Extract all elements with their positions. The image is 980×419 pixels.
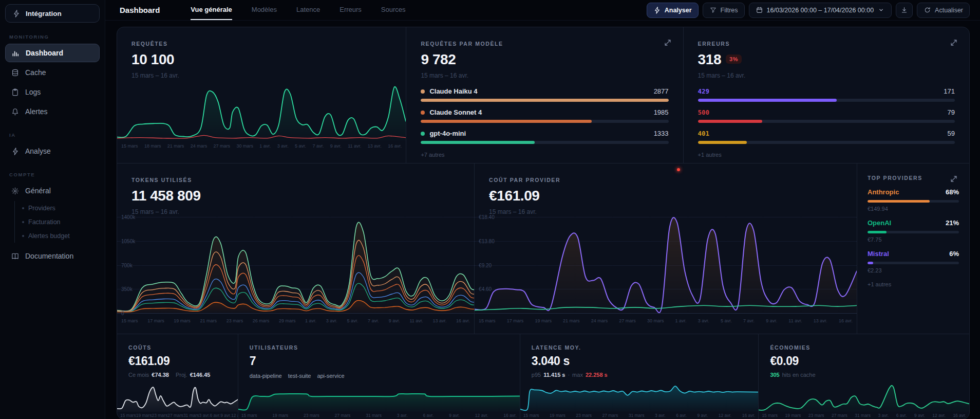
bullet-icon bbox=[22, 207, 24, 209]
filters-button[interactable]: Filtres bbox=[703, 3, 745, 18]
card-title: REQUÊTES bbox=[131, 41, 391, 47]
provider-row: Anthropic 68% €149.94 bbox=[868, 188, 959, 212]
latency-sparkline bbox=[520, 382, 759, 412]
provider-name: OpenAI bbox=[868, 219, 891, 227]
date-range-picker[interactable]: 16/03/2026 00:00 – 17/04/2026 00:00 bbox=[749, 3, 892, 18]
sidebar-item-logs[interactable]: Logs bbox=[5, 83, 100, 101]
bullet-icon bbox=[22, 221, 24, 223]
period: 15 mars – 16 avr. bbox=[421, 72, 668, 79]
alert-dot bbox=[677, 168, 680, 171]
sidebar-item-alertes[interactable]: Alertes bbox=[5, 102, 100, 121]
card-errors: ERREURS 3183% 15 mars – 16 avr. 429 171 bbox=[683, 27, 969, 163]
model-dot bbox=[421, 89, 425, 94]
x-axis-labels: 15 mars17 mars19 mars21 mars24 mars27 ma… bbox=[479, 318, 853, 323]
subitem-label: Facturation bbox=[28, 218, 61, 226]
more-errors: +1 autres bbox=[698, 152, 955, 158]
provider-bar bbox=[868, 262, 959, 264]
model-label: Claude Sonnet 4 bbox=[429, 108, 482, 116]
section-monitoring: MONITORING bbox=[9, 34, 96, 40]
analyze-button[interactable]: Analyser bbox=[647, 3, 699, 18]
card-title: ERREURS bbox=[698, 41, 955, 47]
cost-chart bbox=[475, 217, 857, 313]
database-icon bbox=[11, 68, 20, 77]
costs-subline: Ce mois€74.38 Proj.€146.45 bbox=[128, 372, 227, 378]
sidebar-subitem-alertes-budget[interactable]: Alertes budget bbox=[17, 229, 100, 243]
tab-modeles[interactable]: Modèles bbox=[252, 0, 277, 20]
section-compte: COMPTE bbox=[9, 172, 96, 177]
error-code: 401 bbox=[698, 130, 710, 137]
sidebar-item-general[interactable]: Général bbox=[5, 181, 100, 200]
bullet-icon bbox=[22, 235, 24, 237]
period: 15 mars – 16 avr. bbox=[698, 72, 955, 79]
card-cost-by-provider: COÛT PAR PROVIDER €161.09 15 mars – 16 a… bbox=[474, 163, 857, 334]
user-tag: test-suite bbox=[288, 373, 311, 379]
provider-bar bbox=[868, 200, 959, 203]
requests-value: 10 100 bbox=[131, 51, 391, 68]
sidebar-item-label: Analyse bbox=[25, 147, 51, 155]
tab-erreurs[interactable]: Erreurs bbox=[340, 0, 362, 20]
refresh-button[interactable]: Actualiser bbox=[917, 3, 970, 18]
sidebar-item-analyse[interactable]: Analyse bbox=[5, 142, 100, 160]
costs-value: €161.09 bbox=[128, 354, 227, 368]
sidebar-subitem-providers[interactable]: Providers bbox=[17, 201, 100, 215]
model-bar bbox=[421, 99, 668, 102]
error-bar bbox=[698, 99, 955, 102]
model-label: gpt-4o-mini bbox=[429, 130, 466, 137]
model-rows: Claude Haiku 4 2877 Claude Sonnet 4 1985 bbox=[421, 87, 668, 144]
savings-sparkline bbox=[759, 382, 969, 412]
expand-icon[interactable] bbox=[664, 39, 672, 47]
y-axis-labels: €18.40€13.80€9.20€4.60 bbox=[479, 217, 502, 313]
card-latency: LATENCE MOY. 3.040 s p9511.415 s ·max 22… bbox=[520, 334, 759, 419]
model-value: 2877 bbox=[654, 87, 669, 95]
error-rate-badge: 3% bbox=[726, 54, 742, 64]
card-title: REQUÊTES PAR MODÈLE bbox=[421, 41, 668, 47]
card-requests-by-model: REQUÊTES PAR MODÈLE 9 782 15 mars – 16 a… bbox=[406, 27, 683, 163]
y-axis-labels: 1400k1050k700k350k0 bbox=[121, 217, 145, 313]
card-title: UTILISATEURS bbox=[250, 344, 508, 351]
costs-sparkline bbox=[117, 382, 238, 412]
model-row: Claude Sonnet 4 1985 bbox=[421, 108, 668, 123]
provider-pct: 21% bbox=[946, 219, 959, 227]
analyze-label: Analyser bbox=[665, 7, 692, 14]
main: Dashboard Vue générale Modèles Latence E… bbox=[105, 0, 980, 419]
subitem-label: Alertes budget bbox=[28, 232, 70, 240]
sidebar-item-documentation[interactable]: Documentation bbox=[5, 247, 100, 265]
cost-value: €161.09 bbox=[489, 188, 842, 204]
error-count: 79 bbox=[948, 108, 955, 116]
provider-name: Mistral bbox=[868, 250, 889, 258]
sidebar-item-cache[interactable]: Cache bbox=[5, 63, 100, 82]
integration-button[interactable]: Intégration bbox=[5, 4, 100, 23]
latency-value: 3.040 s bbox=[532, 354, 747, 368]
funnel-icon bbox=[709, 6, 717, 14]
card-tokens: TOKENS UTILISÉS 11 458 809 15 mars – 16 … bbox=[117, 163, 474, 334]
model-row: gpt-4o-mini 1333 bbox=[421, 130, 668, 144]
model-bar bbox=[421, 120, 668, 123]
tab-vue-generale[interactable]: Vue générale bbox=[191, 0, 232, 20]
section-ia: IA bbox=[9, 132, 96, 138]
tab-latence[interactable]: Latence bbox=[296, 0, 320, 20]
card-title: TOKENS UTILISÉS bbox=[131, 177, 460, 183]
sidebar-subitem-facturation[interactable]: Facturation bbox=[17, 215, 100, 229]
tabs: Vue générale Modèles Latence Erreurs Sou… bbox=[191, 0, 405, 20]
expand-icon[interactable] bbox=[950, 39, 958, 47]
download-button[interactable] bbox=[896, 3, 913, 18]
model-label: Claude Haiku 4 bbox=[429, 87, 477, 95]
page-title: Dashboard bbox=[120, 6, 160, 14]
model-dot bbox=[421, 132, 425, 136]
cards-grid: REQUÊTES 10 100 15 mars – 16 avr. 15 mar… bbox=[117, 27, 970, 419]
error-count: 59 bbox=[948, 130, 955, 137]
x-axis-labels: 15 mars19 mars23 mars27 mars31 mars3 avr… bbox=[241, 413, 517, 418]
sidebar-item-label: Dashboard bbox=[26, 49, 63, 57]
x-axis-labels: 15 mars19 mars23 mars27 mars31 mars3 avr… bbox=[523, 413, 756, 418]
tab-sources[interactable]: Sources bbox=[381, 0, 406, 20]
sidebar-item-dashboard[interactable]: Dashboard bbox=[5, 44, 100, 62]
errors-value: 3183% bbox=[698, 51, 955, 68]
expand-icon[interactable] bbox=[950, 175, 958, 183]
x-axis-labels: 15 mars19 mars23 mars27 mars31 mars3 avr… bbox=[762, 413, 966, 418]
latency-subline: p9511.415 s ·max 22.258 s bbox=[532, 372, 747, 378]
x-axis-labels: 15 mars18 mars21 mars24 mars27 mars30 ma… bbox=[121, 143, 402, 149]
provider-pct: 6% bbox=[949, 250, 959, 258]
x-axis-labels: 15 mars17 mars19 mars21 mars23 mars26 ma… bbox=[121, 318, 470, 323]
error-code: 429 bbox=[698, 87, 710, 95]
tokens-chart bbox=[117, 217, 474, 313]
